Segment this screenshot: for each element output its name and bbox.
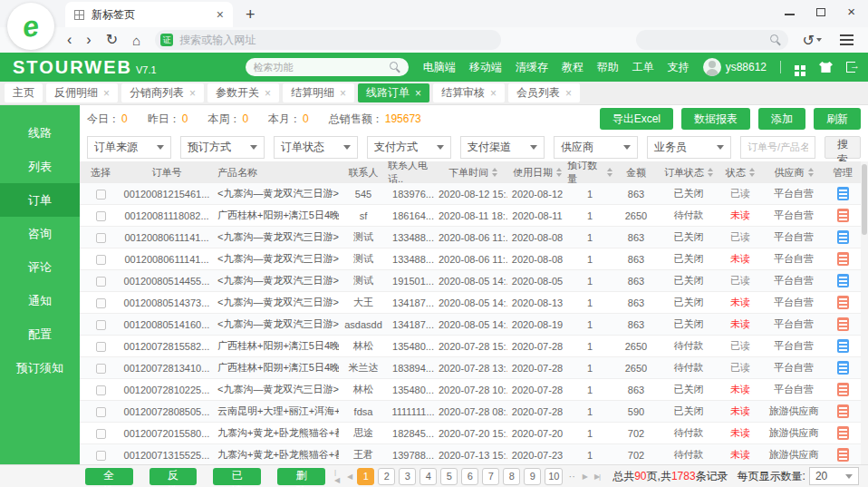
function-search-box[interactable] bbox=[246, 58, 409, 76]
product-name[interactable]: 广西桂林+阳朔+漓江5日4晚... bbox=[212, 361, 339, 375]
app-tab[interactable]: 会员列表 × bbox=[508, 83, 580, 102]
product-name[interactable]: 云南昆明+大理+丽江+洱海+... bbox=[212, 404, 339, 418]
window-maximize-button[interactable] bbox=[816, 8, 825, 16]
chrome-search-box[interactable] bbox=[636, 30, 788, 50]
function-search-input[interactable] bbox=[254, 62, 390, 73]
column-header[interactable]: 选择 bbox=[80, 161, 121, 183]
footer-button[interactable]: 删除 bbox=[277, 468, 325, 485]
page-button[interactable]: 6 bbox=[461, 468, 478, 485]
page-button[interactable]: 8 bbox=[503, 468, 520, 485]
app-tab[interactable]: 反佣明细 × bbox=[46, 83, 118, 102]
app-tab[interactable]: 线路订单 × bbox=[358, 83, 429, 102]
page-button[interactable]: 4 bbox=[420, 468, 437, 485]
row-checkbox[interactable] bbox=[96, 320, 106, 330]
manage-detail-icon[interactable] bbox=[837, 404, 849, 418]
filter-dropdown[interactable]: 支付方式 bbox=[367, 136, 451, 159]
manage-detail-icon[interactable] bbox=[837, 339, 849, 353]
sort-icon[interactable] bbox=[708, 168, 713, 177]
action-button[interactable]: 添加 bbox=[758, 108, 805, 130]
sort-icon[interactable] bbox=[749, 168, 755, 177]
order-search-box[interactable] bbox=[740, 136, 815, 159]
page-button[interactable]: 7 bbox=[482, 468, 499, 485]
header-nav-item[interactable]: 工单 bbox=[632, 60, 654, 75]
refresh-icon[interactable]: ↻ bbox=[106, 33, 118, 47]
filter-dropdown[interactable]: 业务员 bbox=[647, 136, 731, 159]
footer-button[interactable]: 全选 bbox=[85, 468, 133, 485]
manage-detail-icon[interactable] bbox=[837, 426, 849, 440]
browser-tab-close-icon[interactable]: × bbox=[217, 7, 224, 22]
page-button[interactable]: 1 bbox=[357, 468, 374, 485]
new-tab-button[interactable]: + bbox=[246, 5, 256, 27]
prev-page-icon[interactable]: ◀ bbox=[345, 472, 353, 481]
qr-code-icon[interactable] bbox=[795, 65, 799, 70]
column-header[interactable]: 管理 bbox=[825, 161, 861, 183]
product-name[interactable]: <九寨沟—黄龙双汽三日游>... bbox=[212, 230, 339, 244]
table-scrollbar[interactable] bbox=[861, 161, 868, 464]
column-header[interactable]: 使用日期 bbox=[507, 161, 567, 183]
manage-detail-icon[interactable] bbox=[837, 448, 849, 462]
row-checkbox[interactable] bbox=[96, 233, 106, 243]
sidebar-item[interactable]: 通知 bbox=[0, 284, 80, 317]
window-close-button[interactable]: × bbox=[847, 7, 855, 16]
last-page-icon[interactable]: ▶| bbox=[593, 472, 602, 481]
tab-close-icon[interactable]: × bbox=[415, 87, 421, 100]
logout-icon[interactable] bbox=[846, 62, 855, 73]
first-page-icon[interactable]: |◀ bbox=[333, 468, 342, 484]
product-name[interactable]: <九寨沟—黄龙双汽三日游>... bbox=[212, 252, 339, 266]
product-name[interactable]: <九寨沟—黄龙双汽三日游>... bbox=[212, 317, 339, 331]
page-button[interactable]: 9 bbox=[524, 468, 541, 485]
row-checkbox[interactable] bbox=[96, 277, 106, 287]
sidebar-item[interactable]: 线路 bbox=[0, 116, 80, 150]
header-nav-item[interactable]: 电脑端 bbox=[423, 60, 456, 75]
page-button[interactable]: 3 bbox=[399, 468, 416, 485]
column-header[interactable]: 预订数量 bbox=[567, 161, 612, 183]
sort-icon[interactable] bbox=[556, 168, 562, 177]
manage-detail-icon[interactable] bbox=[837, 230, 849, 244]
manage-detail-icon[interactable] bbox=[837, 209, 849, 222]
app-tab[interactable]: 主页 × bbox=[5, 83, 43, 102]
action-button[interactable]: 数据报表 bbox=[681, 108, 750, 130]
column-header[interactable]: 状态 bbox=[718, 161, 763, 183]
filter-dropdown[interactable]: 订单来源 bbox=[87, 136, 171, 159]
sidebar-item[interactable]: 订单 bbox=[0, 183, 80, 217]
tab-close-icon[interactable]: × bbox=[189, 87, 196, 100]
manage-detail-icon[interactable] bbox=[837, 383, 849, 396]
manage-detail-icon[interactable] bbox=[837, 187, 849, 200]
page-size-select[interactable]: 20 bbox=[809, 467, 859, 485]
user-menu[interactable]: ys88612 bbox=[703, 58, 767, 76]
app-tab[interactable]: 分销商列表 × bbox=[121, 83, 204, 102]
history-undo-button[interactable]: ↺ bbox=[803, 32, 822, 49]
window-minimize-button[interactable] bbox=[785, 14, 795, 15]
filter-dropdown[interactable]: 订单状态 bbox=[274, 136, 358, 159]
forward-icon[interactable]: › bbox=[86, 33, 91, 47]
action-button[interactable]: 刷新 bbox=[814, 108, 861, 130]
header-nav-item[interactable]: 移动端 bbox=[469, 60, 502, 75]
sidebar-item[interactable]: 列表 bbox=[0, 150, 80, 183]
menu-icon[interactable] bbox=[840, 39, 854, 41]
header-nav-item[interactable]: 清缓存 bbox=[516, 60, 548, 75]
sidebar-item[interactable]: 咨询 bbox=[0, 217, 80, 250]
tab-close-icon[interactable]: × bbox=[265, 87, 271, 100]
column-header[interactable]: 联系人 bbox=[339, 161, 388, 183]
sort-icon[interactable] bbox=[492, 168, 497, 177]
filter-dropdown[interactable]: 供应商 bbox=[554, 136, 638, 159]
column-header[interactable]: 产品名称 bbox=[212, 161, 339, 183]
row-checkbox[interactable] bbox=[96, 451, 106, 461]
manage-detail-icon[interactable] bbox=[837, 361, 849, 375]
product-name[interactable]: 广西桂林+阳朔+漓江5日4晚... bbox=[212, 339, 339, 353]
header-nav-item[interactable]: 支持 bbox=[668, 60, 690, 75]
manage-detail-icon[interactable] bbox=[837, 296, 849, 309]
home-icon[interactable]: ⌂ bbox=[132, 34, 140, 47]
column-header[interactable]: 订单状态 bbox=[660, 161, 718, 183]
page-button[interactable]: 10 bbox=[545, 468, 563, 485]
sidebar-item[interactable]: 评论 bbox=[0, 250, 80, 284]
tab-close-icon[interactable]: × bbox=[565, 87, 572, 100]
browser-tab[interactable]: 新标签页 × bbox=[65, 2, 233, 27]
page-button[interactable]: 2 bbox=[378, 468, 395, 485]
header-nav-item[interactable]: 教程 bbox=[562, 60, 583, 75]
product-name[interactable]: 九寨沟+黄龙+卧龙熊猫谷+都... bbox=[212, 426, 339, 440]
page-button[interactable]: 5 bbox=[440, 468, 458, 485]
back-icon[interactable]: ‹ bbox=[67, 33, 72, 47]
column-header[interactable]: 联系人电话.. bbox=[388, 161, 439, 183]
address-input[interactable] bbox=[179, 34, 496, 46]
